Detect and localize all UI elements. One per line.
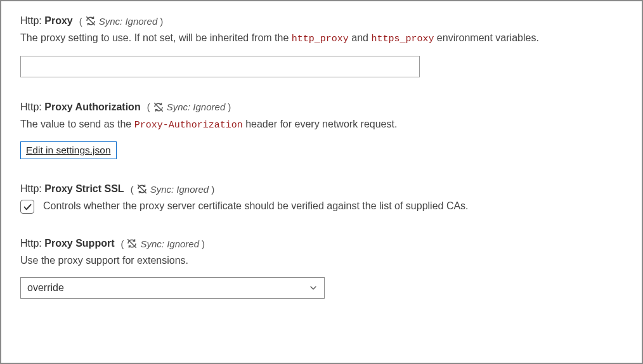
sync-label: Sync: Ignored	[140, 238, 199, 249]
code-http-proxy: http_proxy	[292, 34, 349, 44]
sync-ignored-badge: ( Sync: Ignored )	[120, 238, 205, 249]
setting-title-row: Http: Proxy Support ( Sync: Ignored )	[20, 238, 623, 249]
check-icon	[23, 202, 32, 212]
setting-title: Http: Proxy	[20, 15, 73, 27]
sync-ignored-icon	[85, 15, 96, 27]
setting-description: The value to send as the Proxy-Authoriza…	[20, 117, 623, 133]
select-value: override	[27, 282, 64, 294]
setting-http-proxy-authorization: Http: Proxy Authorization ( Sync: Ignore…	[20, 101, 623, 160]
setting-title: Http: Proxy Authorization	[20, 101, 141, 113]
sync-ignored-badge: ( Sync: Ignored )	[131, 183, 215, 195]
setting-prefix: Http:	[20, 183, 42, 194]
proxy-support-select-wrap: override	[20, 277, 325, 299]
setting-prefix: Http:	[20, 15, 42, 26]
code-https-proxy: https_proxy	[371, 34, 434, 44]
proxy-support-select[interactable]: override	[20, 277, 325, 299]
sync-ignored-icon	[153, 101, 164, 113]
setting-prefix: Http:	[20, 101, 42, 112]
setting-http-proxy: Http: Proxy ( Sync: Ignored ) The proxy …	[20, 15, 623, 77]
setting-name: Proxy Support	[44, 238, 114, 249]
setting-name: Proxy Strict SSL	[44, 183, 124, 194]
setting-title: Http: Proxy Support	[20, 238, 114, 249]
sync-ignored-icon	[126, 238, 138, 249]
setting-http-proxy-strict-ssl: Http: Proxy Strict SSL ( Sync: Ignored )	[20, 183, 623, 214]
setting-description: Controls whether the proxy server certif…	[43, 198, 469, 214]
proxy-input[interactable]	[20, 56, 420, 77]
sync-label: Sync: Ignored	[167, 101, 226, 112]
sync-label: Sync: Ignored	[99, 16, 158, 27]
setting-prefix: Http:	[20, 238, 42, 249]
code-proxy-authorization: Proxy-Authorization	[134, 120, 243, 131]
setting-title-row: Http: Proxy Strict SSL ( Sync: Ignored )	[20, 183, 623, 195]
proxy-strict-ssl-checkbox[interactable]	[20, 200, 34, 214]
sync-ignored-badge: ( Sync: Ignored )	[79, 15, 164, 27]
setting-title: Http: Proxy Strict SSL	[20, 183, 124, 195]
edit-in-settings-json-link[interactable]: Edit in settings.json	[20, 141, 117, 159]
setting-description: The proxy setting to use. If not set, wi…	[20, 30, 623, 47]
setting-title-row: Http: Proxy Authorization ( Sync: Ignore…	[20, 101, 623, 113]
setting-name: Proxy Authorization	[44, 101, 140, 112]
checkbox-row: Controls whether the proxy server certif…	[20, 198, 623, 214]
setting-description: Use the proxy support for extensions.	[20, 253, 623, 268]
sync-ignored-badge: ( Sync: Ignored )	[147, 101, 231, 113]
sync-ignored-icon	[136, 183, 148, 195]
settings-panel: Http: Proxy ( Sync: Ignored ) The proxy …	[0, 0, 643, 364]
setting-title-row: Http: Proxy ( Sync: Ignored )	[20, 15, 623, 27]
setting-http-proxy-support: Http: Proxy Support ( Sync: Ignored ) Us…	[20, 238, 623, 299]
setting-name: Proxy	[44, 15, 72, 26]
sync-label: Sync: Ignored	[150, 184, 209, 195]
